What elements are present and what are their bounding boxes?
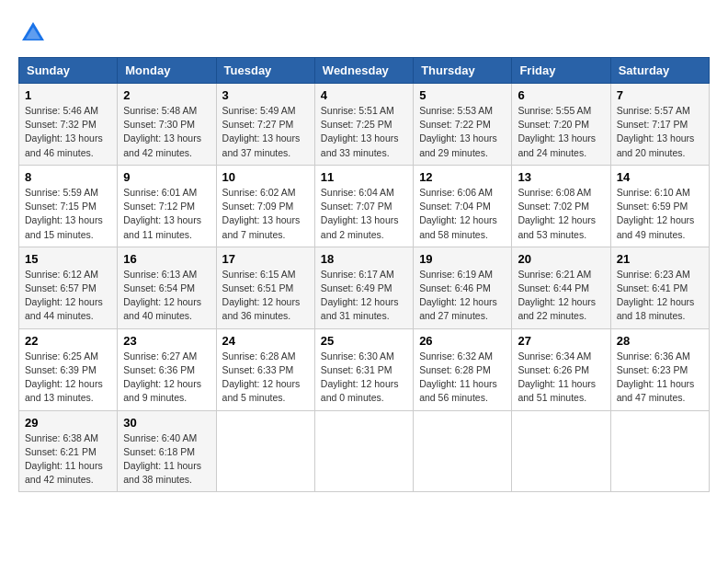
day-number: 17 xyxy=(222,252,309,266)
day-header: Tuesday xyxy=(216,58,314,84)
calendar-cell: 6Sunrise: 5:55 AMSunset: 7:20 PMDaylight… xyxy=(512,84,610,166)
day-number: 7 xyxy=(617,88,703,102)
day-number: 27 xyxy=(518,334,604,348)
calendar-week-row: 29Sunrise: 6:38 AMSunset: 6:21 PMDayligh… xyxy=(19,410,710,492)
day-info: Sunrise: 6:19 AMSunset: 6:46 PMDaylight:… xyxy=(419,268,506,324)
day-header: Thursday xyxy=(414,58,512,84)
day-number: 1 xyxy=(25,88,111,102)
day-number: 22 xyxy=(25,334,111,348)
day-info: Sunrise: 5:48 AMSunset: 7:30 PMDaylight:… xyxy=(123,104,210,160)
calendar-cell: 25Sunrise: 6:30 AMSunset: 6:31 PMDayligh… xyxy=(314,328,413,410)
calendar-cell: 19Sunrise: 6:19 AMSunset: 6:46 PMDayligh… xyxy=(414,247,512,328)
calendar-cell xyxy=(512,410,610,492)
day-info: Sunrise: 5:55 AMSunset: 7:20 PMDaylight:… xyxy=(518,104,604,160)
day-number: 28 xyxy=(617,334,703,348)
calendar-cell: 14Sunrise: 6:10 AMSunset: 6:59 PMDayligh… xyxy=(610,165,709,247)
day-info: Sunrise: 6:40 AMSunset: 6:18 PMDaylight:… xyxy=(123,431,210,488)
calendar-cell xyxy=(414,410,512,492)
calendar-cell: 4Sunrise: 5:51 AMSunset: 7:25 PMDaylight… xyxy=(314,84,413,166)
day-info: Sunrise: 6:38 AMSunset: 6:21 PMDaylight:… xyxy=(25,431,111,488)
day-info: Sunrise: 6:17 AMSunset: 6:49 PMDaylight:… xyxy=(321,268,407,324)
day-number: 4 xyxy=(321,88,407,102)
calendar-header-row: SundayMondayTuesdayWednesdayThursdayFrid… xyxy=(19,58,710,84)
calendar-cell: 28Sunrise: 6:36 AMSunset: 6:23 PMDayligh… xyxy=(610,328,709,410)
day-number: 5 xyxy=(419,88,506,102)
day-number: 26 xyxy=(419,334,506,348)
day-header: Monday xyxy=(118,58,216,84)
day-info: Sunrise: 5:53 AMSunset: 7:22 PMDaylight:… xyxy=(419,104,506,160)
calendar-week-row: 1Sunrise: 5:46 AMSunset: 7:32 PMDaylight… xyxy=(19,84,710,166)
day-number: 23 xyxy=(123,334,210,348)
day-info: Sunrise: 6:34 AMSunset: 6:26 PMDaylight:… xyxy=(518,350,604,406)
calendar-cell: 20Sunrise: 6:21 AMSunset: 6:44 PMDayligh… xyxy=(512,247,610,328)
calendar-week-row: 8Sunrise: 5:59 AMSunset: 7:15 PMDaylight… xyxy=(19,165,710,247)
day-info: Sunrise: 6:15 AMSunset: 6:51 PMDaylight:… xyxy=(222,268,309,324)
day-number: 19 xyxy=(419,252,506,266)
day-number: 11 xyxy=(321,170,407,184)
day-info: Sunrise: 6:21 AMSunset: 6:44 PMDaylight:… xyxy=(518,268,604,324)
calendar-cell: 2Sunrise: 5:48 AMSunset: 7:30 PMDaylight… xyxy=(118,84,216,166)
calendar-cell: 24Sunrise: 6:28 AMSunset: 6:33 PMDayligh… xyxy=(216,328,314,410)
day-info: Sunrise: 6:12 AMSunset: 6:57 PMDaylight:… xyxy=(25,268,111,324)
calendar-cell: 3Sunrise: 5:49 AMSunset: 7:27 PMDaylight… xyxy=(216,84,314,166)
page-header xyxy=(18,18,710,48)
day-number: 29 xyxy=(25,416,111,430)
day-info: Sunrise: 6:08 AMSunset: 7:02 PMDaylight:… xyxy=(518,186,604,242)
calendar-cell: 29Sunrise: 6:38 AMSunset: 6:21 PMDayligh… xyxy=(19,410,118,492)
calendar-cell: 11Sunrise: 6:04 AMSunset: 7:07 PMDayligh… xyxy=(314,165,413,247)
calendar-cell: 22Sunrise: 6:25 AMSunset: 6:39 PMDayligh… xyxy=(19,328,118,410)
calendar-cell: 27Sunrise: 6:34 AMSunset: 6:26 PMDayligh… xyxy=(512,328,610,410)
day-info: Sunrise: 6:06 AMSunset: 7:04 PMDaylight:… xyxy=(419,186,506,242)
day-info: Sunrise: 6:36 AMSunset: 6:23 PMDaylight:… xyxy=(617,350,703,406)
day-number: 8 xyxy=(25,170,111,184)
day-number: 30 xyxy=(123,416,210,430)
calendar-cell: 12Sunrise: 6:06 AMSunset: 7:04 PMDayligh… xyxy=(414,165,512,247)
day-info: Sunrise: 6:27 AMSunset: 6:36 PMDaylight:… xyxy=(123,350,210,406)
day-number: 10 xyxy=(222,170,309,184)
day-info: Sunrise: 6:25 AMSunset: 6:39 PMDaylight:… xyxy=(25,350,111,406)
calendar-cell: 23Sunrise: 6:27 AMSunset: 6:36 PMDayligh… xyxy=(118,328,216,410)
day-info: Sunrise: 6:04 AMSunset: 7:07 PMDaylight:… xyxy=(321,186,407,242)
calendar-cell: 1Sunrise: 5:46 AMSunset: 7:32 PMDaylight… xyxy=(19,84,118,166)
day-number: 25 xyxy=(321,334,407,348)
day-number: 12 xyxy=(419,170,506,184)
calendar-cell: 16Sunrise: 6:13 AMSunset: 6:54 PMDayligh… xyxy=(118,247,216,328)
day-info: Sunrise: 5:49 AMSunset: 7:27 PMDaylight:… xyxy=(222,104,309,160)
day-info: Sunrise: 5:59 AMSunset: 7:15 PMDaylight:… xyxy=(25,186,111,242)
day-number: 9 xyxy=(123,170,210,184)
day-header: Sunday xyxy=(19,58,118,84)
day-number: 13 xyxy=(518,170,604,184)
calendar-cell: 15Sunrise: 6:12 AMSunset: 6:57 PMDayligh… xyxy=(19,247,118,328)
logo xyxy=(18,18,51,48)
calendar-body: 1Sunrise: 5:46 AMSunset: 7:32 PMDaylight… xyxy=(19,84,710,492)
calendar-cell: 7Sunrise: 5:57 AMSunset: 7:17 PMDaylight… xyxy=(610,84,709,166)
calendar-cell: 30Sunrise: 6:40 AMSunset: 6:18 PMDayligh… xyxy=(118,410,216,492)
day-header: Friday xyxy=(512,58,610,84)
calendar-cell xyxy=(314,410,413,492)
day-number: 15 xyxy=(25,252,111,266)
calendar-cell: 18Sunrise: 6:17 AMSunset: 6:49 PMDayligh… xyxy=(314,247,413,328)
day-info: Sunrise: 6:02 AMSunset: 7:09 PMDaylight:… xyxy=(222,186,309,242)
day-number: 2 xyxy=(123,88,210,102)
calendar-cell: 5Sunrise: 5:53 AMSunset: 7:22 PMDaylight… xyxy=(414,84,512,166)
day-header: Wednesday xyxy=(314,58,413,84)
day-info: Sunrise: 6:28 AMSunset: 6:33 PMDaylight:… xyxy=(222,350,309,406)
calendar-cell: 13Sunrise: 6:08 AMSunset: 7:02 PMDayligh… xyxy=(512,165,610,247)
calendar-week-row: 22Sunrise: 6:25 AMSunset: 6:39 PMDayligh… xyxy=(19,328,710,410)
day-number: 24 xyxy=(222,334,309,348)
day-info: Sunrise: 6:01 AMSunset: 7:12 PMDaylight:… xyxy=(123,186,210,242)
calendar-cell: 17Sunrise: 6:15 AMSunset: 6:51 PMDayligh… xyxy=(216,247,314,328)
day-number: 14 xyxy=(617,170,703,184)
calendar-cell xyxy=(610,410,709,492)
day-info: Sunrise: 5:46 AMSunset: 7:32 PMDaylight:… xyxy=(25,104,111,160)
day-info: Sunrise: 5:57 AMSunset: 7:17 PMDaylight:… xyxy=(617,104,703,160)
calendar-cell xyxy=(216,410,314,492)
calendar-week-row: 15Sunrise: 6:12 AMSunset: 6:57 PMDayligh… xyxy=(19,247,710,328)
day-number: 16 xyxy=(123,252,210,266)
day-info: Sunrise: 6:10 AMSunset: 6:59 PMDaylight:… xyxy=(617,186,703,242)
day-info: Sunrise: 6:23 AMSunset: 6:41 PMDaylight:… xyxy=(617,268,703,324)
day-number: 6 xyxy=(518,88,604,102)
calendar-table: SundayMondayTuesdayWednesdayThursdayFrid… xyxy=(18,57,710,492)
calendar-cell: 26Sunrise: 6:32 AMSunset: 6:28 PMDayligh… xyxy=(414,328,512,410)
day-info: Sunrise: 5:51 AMSunset: 7:25 PMDaylight:… xyxy=(321,104,407,160)
